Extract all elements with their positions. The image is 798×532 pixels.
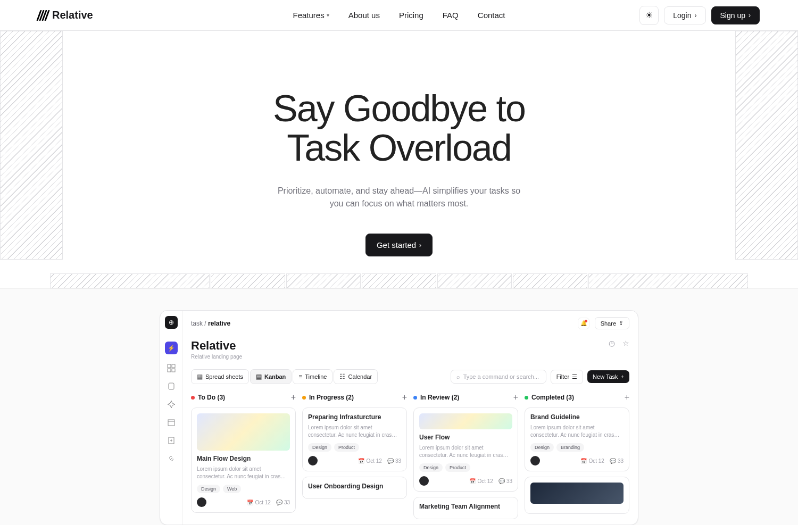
card-image [419,413,512,429]
app-window: ⊕ ⚡ task / relative 🔔 Share⇪ Relative Re… [160,310,638,525]
nav-features[interactable]: Features▾ [293,11,329,20]
share-button[interactable]: Share⇪ [595,317,629,329]
status-dot-red [191,396,195,400]
card-desc: Lorem ipsum dolor sit amet consectetur. … [530,424,624,439]
app-preview-section: ⊕ ⚡ task / relative 🔔 Share⇪ Relative Re… [0,288,798,525]
signup-button[interactable]: Sign up› [711,6,760,24]
calendar-icon[interactable] [167,418,176,427]
decorative-hatch-left [0,31,63,260]
plus-icon: + [621,373,624,380]
svg-rect-4 [169,383,174,389]
add-card-button[interactable]: + [291,393,296,402]
notifications-button[interactable]: 🔔 [578,318,589,329]
svg-rect-3 [172,369,175,372]
tag: Design [419,463,443,472]
task-card[interactable]: Brand Guideline Lorem ipsum dolor sit am… [525,408,629,471]
chevron-right-icon: › [419,242,421,249]
avatar [197,497,206,507]
app-logo-icon[interactable]: ⊕ [165,316,178,329]
col-title-inprogress: In Progress (2) [309,394,354,401]
card-title: Brand Guideline [530,413,624,421]
breadcrumb: task / relative [191,320,230,327]
tag: Product [334,443,359,452]
tag: Design [197,485,220,493]
task-card[interactable]: User Onboarding Design [302,477,407,499]
filter-button[interactable]: Filter☰ [551,370,583,384]
sparkle-icon[interactable] [167,400,176,409]
col-title-completed: Completed (3) [531,394,574,401]
share-icon: ⇪ [619,320,624,327]
login-button[interactable]: Login› [664,6,705,24]
view-timeline[interactable]: ≡Timeline [293,369,332,384]
nav-pricing[interactable]: Pricing [399,11,423,20]
header-right: ☀ Login› Sign up› [639,6,760,25]
comments-meta: 💬 33 [610,458,624,464]
dashboard-icon[interactable] [167,364,176,372]
clock-icon[interactable]: ◷ [609,339,615,347]
date-meta: 📅 Oct 12 [247,500,270,505]
search-input[interactable]: ⌕Type a command or search... [451,370,546,384]
link-icon[interactable] [167,454,176,463]
search-icon: ⌕ [456,373,460,380]
svg-rect-5 [168,420,174,426]
get-started-button[interactable]: Get started› [365,234,433,256]
add-card-button[interactable]: + [625,393,629,402]
card-title: Marketing Team Alignment [419,503,512,510]
comments-meta: 💬 33 [498,478,512,484]
task-card[interactable]: Main Flow Design Lorem ipsum dolor sit a… [191,408,296,513]
status-dot-orange [302,396,306,400]
col-completed: Completed (3)+ Brand Guideline Lorem ips… [525,393,629,525]
tag: Branding [556,443,584,452]
svg-rect-0 [168,364,171,368]
app-sidebar: ⊕ ⚡ [160,311,182,525]
tag: Product [445,463,470,472]
card-desc: Lorem ipsum dolor sit amet consectetur. … [197,466,290,480]
tag: Design [530,443,554,452]
logo[interactable]: Relative [38,9,93,21]
col-todo: To Do (3)+ Main Flow Design Lorem ipsum … [191,393,296,525]
task-card[interactable] [525,477,629,514]
nav-faq[interactable]: FAQ [443,11,459,20]
card-image [197,413,290,451]
chevron-right-icon: › [695,12,697,19]
add-card-button[interactable]: + [513,393,518,402]
main-nav: Features▾ About us Pricing FAQ Contact [293,11,505,20]
card-title: Main Flow Design [197,455,290,462]
view-spreadsheets[interactable]: ▦Spread sheets [191,369,249,384]
hero: Say Goodbye toTask Overload Prioritize, … [0,31,798,288]
clipboard-icon[interactable] [167,382,176,390]
tag: Web [223,485,241,493]
status-dot-blue [413,396,417,400]
header: Relative Features▾ About us Pricing FAQ … [0,0,798,31]
add-card-button[interactable]: + [402,393,407,402]
task-card[interactable]: Preparing Infrasturcture Lorem ipsum dol… [302,408,407,471]
nav-contact[interactable]: Contact [478,11,505,20]
view-calendar[interactable]: ☷Calendar [334,369,378,384]
new-task-button[interactable]: New Task+ [587,370,629,383]
decorative-hatch-right [735,31,798,260]
col-title-inreview: In Review (2) [420,394,459,401]
theme-toggle[interactable]: ☀ [639,6,659,25]
add-file-icon[interactable] [167,436,176,445]
view-kanban[interactable]: ▤Kanban [250,369,292,384]
chevron-down-icon: ▾ [327,12,329,18]
kanban-board: To Do (3)+ Main Flow Design Lorem ipsum … [191,393,629,525]
status-dot-green [525,396,528,400]
col-title-todo: To Do (3) [198,394,225,401]
tag: Design [308,443,331,452]
filter-icon: ☰ [572,373,577,380]
card-title: Preparing Infrasturcture [308,413,401,421]
star-icon[interactable]: ☆ [622,339,629,347]
task-card[interactable]: Marketing Team Alignment [413,497,518,519]
date-meta: 📅 Oct 12 [469,478,493,484]
breadcrumb-row: task / relative 🔔 Share⇪ [191,317,629,329]
sun-icon: ☀ [645,10,653,20]
brand-name: Relative [52,9,93,21]
task-card[interactable]: User Flow Lorem ipsum dolor sit amet con… [413,408,518,492]
nav-about[interactable]: About us [348,11,380,20]
col-inprogress: In Progress (2)+ Preparing Infrasturctur… [302,393,407,525]
avatar [530,456,540,466]
comments-meta: 💬 33 [387,458,401,464]
sidebar-workspace[interactable]: ⚡ [165,342,178,354]
card-title: User Flow [419,434,512,441]
